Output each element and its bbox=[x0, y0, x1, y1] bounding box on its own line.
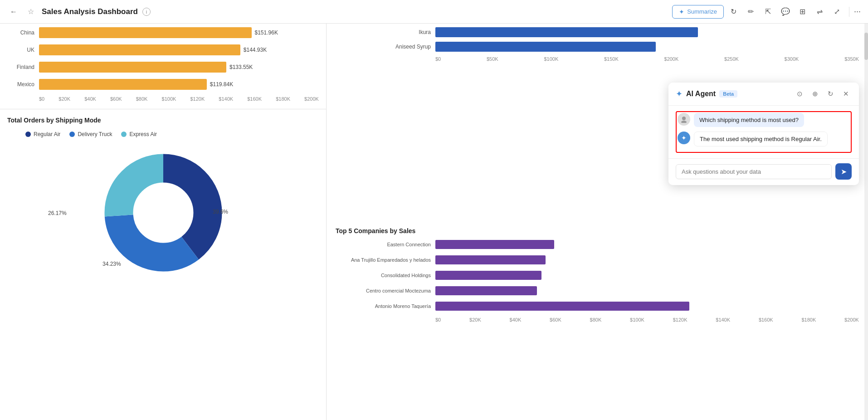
table-row: Ana Trujillo Emparedados y helados bbox=[336, 255, 859, 264]
legend-item-regular-air: Regular Air bbox=[25, 131, 60, 137]
ai-send-button[interactable]: ➤ bbox=[835, 163, 852, 180]
ai-user-message-bubble: Which shipping method is most used? bbox=[694, 113, 804, 127]
bar-label-finland: Finland bbox=[7, 64, 39, 70]
company-bar-container bbox=[435, 271, 859, 280]
sparkle-icon: ✦ bbox=[679, 8, 684, 15]
ai-message-bot: ✦ The most used shipping method is Regul… bbox=[678, 132, 850, 147]
bookmark-button[interactable]: ⊞ bbox=[795, 5, 810, 19]
info-button[interactable]: i bbox=[142, 8, 151, 16]
hbar-label-aniseed: Aniseed Syrup bbox=[336, 44, 435, 50]
scrollbar-thumb[interactable] bbox=[864, 33, 868, 60]
bar-fill: $144.93K bbox=[39, 44, 240, 55]
x-axis-label: $20K bbox=[59, 96, 70, 102]
hbar-fill bbox=[435, 42, 656, 52]
x-axis-label: $160K bbox=[247, 96, 262, 102]
user-avatar-icon bbox=[680, 116, 688, 123]
table-row: Aniseed Syrup bbox=[336, 42, 859, 52]
bar-value: $133.55K bbox=[229, 64, 253, 70]
country-chart-section: China $151.96K UK $144.93K bbox=[0, 24, 326, 109]
ai-header-icons: ⊙ ⊕ ↻ ✕ bbox=[794, 88, 852, 100]
table-row: Antonio Moreno Taquería $119.84K bbox=[336, 302, 859, 311]
ai-user-avatar bbox=[678, 113, 690, 126]
company-bar-container bbox=[435, 255, 859, 264]
ai-chat-area: Which shipping method is most used? ✦ Th… bbox=[668, 106, 859, 158]
x-axis-label: $100K bbox=[162, 96, 176, 102]
company-label: Antonio Moreno Taquería bbox=[336, 303, 435, 309]
bar-fill: $151.96K bbox=[39, 27, 252, 38]
fullscreen-button[interactable]: ⤢ bbox=[830, 5, 844, 19]
right-panel: Ikura $216.77K Aniseed Syrup bbox=[327, 24, 868, 420]
ai-settings-button[interactable]: ⊙ bbox=[794, 88, 805, 100]
donut-label-left: 26.17% bbox=[48, 210, 67, 216]
bar-container: $144.93K bbox=[39, 44, 319, 55]
shipping-section-title: Total Orders by Shipping Mode bbox=[7, 117, 319, 124]
star-button[interactable]: ☆ bbox=[24, 5, 37, 18]
bar-value: $144.93K bbox=[244, 47, 267, 53]
x-axis-label: $60K bbox=[110, 96, 122, 102]
products-x-axis: $0 $50K $100K $150K $200K $250K $300K $3… bbox=[336, 56, 859, 62]
link-button[interactable]: ⇌ bbox=[813, 5, 827, 19]
legend-item-delivery-truck: Delivery Truck bbox=[69, 131, 112, 137]
hbar-label-ikura: Ikura bbox=[336, 29, 435, 35]
legend-item-express-air: Express Air bbox=[121, 131, 157, 137]
bar-container: $133.55K bbox=[39, 62, 319, 73]
hbar-container: $216.77K bbox=[435, 27, 859, 37]
company-bar-fill bbox=[435, 255, 546, 264]
header-right: ✦ Summarize ↻ ✏ ⇱ 💬 ⊞ ⇌ ⤢ ··· bbox=[672, 5, 861, 19]
edit-button[interactable]: ✏ bbox=[744, 5, 758, 19]
x-axis-label: $80K bbox=[136, 96, 148, 102]
page-title: Sales Analysis Dashboard bbox=[42, 7, 138, 16]
company-bar-fill bbox=[435, 240, 554, 249]
header-divider bbox=[849, 7, 849, 17]
company-bar-fill bbox=[435, 271, 541, 280]
x-axis-label: $140K bbox=[219, 96, 233, 102]
ai-history-button[interactable]: ⊕ bbox=[809, 88, 821, 100]
header-left: ← ☆ Sales Analysis Dashboard i bbox=[7, 5, 667, 18]
app-container: ← ☆ Sales Analysis Dashboard i ✦ Summari… bbox=[0, 0, 868, 420]
country-bar-chart: China $151.96K UK $144.93K bbox=[7, 27, 319, 102]
company-bar-container bbox=[435, 286, 859, 295]
table-row: China $151.96K bbox=[7, 27, 319, 38]
svg-point-3 bbox=[134, 184, 192, 242]
ai-close-button[interactable]: ✕ bbox=[840, 88, 852, 100]
company-label: Consolidated Holdings bbox=[336, 273, 435, 278]
ai-bot-message-text: The most used shipping method is Regular… bbox=[700, 136, 822, 142]
company-bar-fill bbox=[435, 302, 689, 311]
donut-chart-svg bbox=[100, 149, 227, 276]
bar-container: $151.96K bbox=[39, 27, 319, 38]
header: ← ☆ Sales Analysis Dashboard i ✦ Summari… bbox=[0, 0, 868, 24]
ai-highlight-box: Which shipping method is most used? ✦ Th… bbox=[676, 111, 852, 153]
summarize-button[interactable]: ✦ Summarize bbox=[672, 5, 724, 19]
x-axis: $0 $20K $40K $60K $80K $100K $120K $140K… bbox=[7, 96, 319, 102]
shipping-mode-section: Total Orders by Shipping Mode Regular Ai… bbox=[0, 109, 326, 420]
donut-label-right: 39.6% bbox=[213, 209, 228, 215]
ai-message-user: Which shipping method is most used? bbox=[678, 113, 850, 127]
ai-refresh-button[interactable]: ↻ bbox=[824, 88, 836, 100]
summarize-label: Summarize bbox=[687, 8, 717, 15]
company-label: Ana Trujillo Emparedados y helados bbox=[336, 257, 435, 263]
left-panel: China $151.96K UK $144.93K bbox=[0, 24, 327, 420]
bar-container: $119.84K bbox=[39, 79, 319, 90]
more-button[interactable]: ··· bbox=[854, 7, 861, 16]
hbar-fill bbox=[435, 27, 698, 37]
comment-button[interactable]: 💬 bbox=[778, 5, 793, 19]
legend-dot-express-air bbox=[121, 132, 127, 137]
refresh-button[interactable]: ↻ bbox=[727, 5, 741, 19]
back-button[interactable]: ← bbox=[7, 5, 20, 18]
svg-point-5 bbox=[681, 121, 687, 123]
legend-label-delivery-truck: Delivery Truck bbox=[78, 131, 112, 137]
table-row: Consolidated Holdings bbox=[336, 271, 859, 280]
x-axis-label: $0 bbox=[39, 96, 44, 102]
bar-label-mexico: Mexico bbox=[7, 81, 39, 88]
x-axis-label: $120K bbox=[190, 96, 205, 102]
share-button[interactable]: ⇱ bbox=[761, 5, 775, 19]
scrollbar[interactable] bbox=[864, 24, 868, 420]
table-row: Finland $133.55K bbox=[7, 62, 319, 73]
ai-chat-input[interactable] bbox=[676, 164, 832, 179]
company-bar-container bbox=[435, 240, 859, 249]
ai-agent-panel: ✦ AI Agent Beta ⊙ ⊕ ↻ ✕ bbox=[668, 83, 859, 185]
table-row: Ikura $216.77K bbox=[336, 27, 859, 37]
company-label: Centro comercial Moctezuma bbox=[336, 288, 435, 293]
company-label: Eastern Connection bbox=[336, 242, 435, 247]
bar-label-china: China bbox=[7, 29, 39, 36]
